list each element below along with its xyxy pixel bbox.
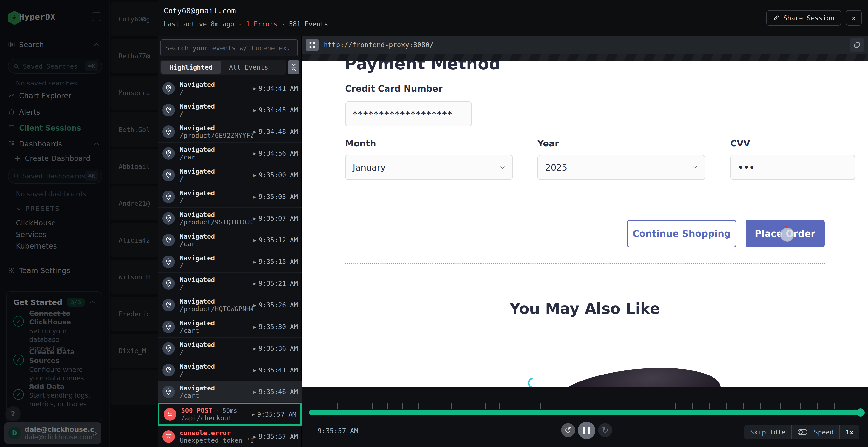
session-list-item[interactable]: Coty60@g (112, 2, 158, 36)
sidebar-item-chart-explorer[interactable]: Chart Explorer (0, 89, 110, 103)
timeline-tick (472, 403, 472, 409)
playback-knob[interactable] (857, 409, 865, 417)
cvv-input[interactable]: ••• (730, 155, 855, 180)
create-dashboard-button[interactable]: + Create Dashboard (0, 151, 110, 165)
session-list-item[interactable]: Retha77@ (112, 39, 158, 73)
no-saved-searches-note: No saved searches (16, 79, 78, 87)
event-row[interactable]: Navigated /product/6E92ZMYYFZ ▶9:34:48 A… (158, 121, 302, 143)
tab-all-events[interactable]: All Events (221, 61, 277, 74)
skip-idle-control[interactable]: Skip Idle (744, 425, 813, 439)
event-row[interactable]: 500 POST · 59ms /api/checkout ▶9:35:57 A… (158, 403, 302, 426)
continue-shopping-button[interactable]: Continue Shopping (627, 220, 736, 247)
close-icon[interactable]: ✕ (846, 10, 862, 26)
chevron-up-icon[interactable] (89, 300, 96, 304)
chevron-down-icon (692, 166, 698, 169)
timeline-tick (622, 403, 622, 409)
user-menu[interactable]: D dale@clickhouse.com dale@clickhouse.co… (4, 422, 101, 444)
session-list-item[interactable]: Andre21@ (112, 186, 158, 220)
year-select[interactable]: 2025 (537, 155, 705, 180)
month-select[interactable]: January (345, 155, 513, 180)
expand-icon[interactable] (306, 39, 318, 51)
play-marker-icon: ▶ (253, 194, 256, 199)
cvv-label: CVV (730, 138, 750, 148)
credit-card-input[interactable]: ******************* (345, 101, 472, 127)
share-session-button[interactable]: Share Session (767, 10, 841, 26)
events-search-input[interactable]: Search your events w/ Lucene ex. colum (160, 39, 298, 56)
playback-progress-bar[interactable] (309, 410, 861, 415)
get-started-step[interactable]: ✓ Connect to ClickHouse Set up your data… (13, 309, 97, 353)
session-list-item[interactable] (112, 370, 158, 405)
replayed-page: Payment Method Credit Card Number ******… (302, 61, 868, 387)
replay-cursor (780, 228, 794, 242)
playback-timeline[interactable] (302, 401, 868, 416)
speed-control[interactable]: Speed 1x (808, 425, 859, 439)
timeline-tick (692, 403, 693, 409)
play-marker-icon: ▶ (253, 368, 256, 373)
session-list-item[interactable]: Monserra (112, 76, 158, 110)
session-list-item[interactable]: Dixie_M (112, 334, 158, 368)
session-list-item[interactable]: Beth.Gol (112, 112, 158, 147)
section-divider (345, 263, 825, 264)
rewind-button[interactable]: ↺ (561, 423, 575, 437)
sidebar-collapse-icon[interactable] (92, 12, 101, 21)
sidebar-item-alerts[interactable]: Alerts (0, 105, 110, 119)
event-row[interactable]: Navigated / ▶9:35:03 AM (158, 186, 302, 208)
session-list-item[interactable]: Frederic (112, 297, 158, 331)
event-row[interactable]: Navigated /cart ▶9:35:12 AM (158, 229, 302, 251)
pin-icon (162, 255, 175, 268)
playback-controls: 9:35:57 AM ↺ ↻ Skip Idle Speed 1x (302, 416, 868, 447)
presets-section-toggle[interactable]: PRESETS (16, 205, 60, 212)
event-row[interactable]: Navigated / ▶9:34:41 AM (158, 77, 302, 99)
event-row[interactable]: Navigated / ▶9:34:45 AM (158, 99, 302, 121)
timeline-tick (817, 403, 818, 409)
chevron-down-icon (500, 166, 505, 169)
search-icon (13, 173, 20, 179)
event-row[interactable]: Navigated / ▶9:35:21 AM (158, 273, 302, 294)
forward-button[interactable]: ↻ (598, 423, 612, 437)
session-list-item[interactable]: Abbigail (112, 149, 158, 183)
get-started-progress-badge: 3/3 (66, 298, 85, 307)
saved-searches-input[interactable]: Saved Searches ⌘K (8, 59, 102, 74)
timeline-tick (743, 403, 744, 409)
event-row[interactable]: Navigated /product/HQTGWGPNH4 ▶9:35:26 A… (158, 294, 302, 316)
event-row[interactable]: Navigated / ▶9:35:41 AM (158, 359, 302, 381)
event-row[interactable]: Navigated / ▶9:35:00 AM (158, 164, 302, 186)
tab-highlighted[interactable]: Highlighted (161, 61, 221, 74)
play-marker-icon: ▶ (253, 107, 256, 113)
shortcut-badge: ⌘K (85, 61, 98, 71)
event-row[interactable]: console.error Unexpected token 'I'… ▶9:3… (158, 426, 302, 447)
event-row[interactable]: Navigated /cart ▶9:35:30 AM (158, 316, 302, 338)
session-list-item[interactable]: Alicia42 (112, 223, 158, 257)
timeline-tick (709, 403, 710, 409)
copy-icon[interactable] (850, 38, 864, 52)
help-button[interactable]: ? (5, 406, 21, 421)
preset-link-services[interactable]: Services (16, 230, 46, 239)
pin-icon (162, 104, 175, 116)
timeline-tick (639, 403, 640, 409)
preset-link-kubernetes[interactable]: Kubernetes (16, 242, 57, 250)
sidebar-item-search[interactable]: Search (0, 38, 110, 51)
saved-dashboards-input[interactable]: Saved Dashboards ⌘K (8, 169, 102, 183)
chevron-down-icon (16, 207, 22, 211)
event-row[interactable]: Navigated /cart ▶9:34:56 AM (158, 143, 302, 164)
check-circle-icon: ✓ (13, 389, 24, 400)
preset-link-clickhouse[interactable]: ClickHouse (16, 219, 56, 227)
session-header: Coty60@gmail.com Last active 8m ago · 1 … (158, 0, 868, 36)
event-row[interactable]: Navigated / ▶9:35:15 AM (158, 251, 302, 273)
session-list-item[interactable]: Wilson_H (112, 260, 158, 294)
get-started-step[interactable]: ✓ Add Data Start sending logs, metrics, … (13, 382, 97, 409)
event-row[interactable]: Navigated /cart ▶9:35:46 AM (158, 381, 302, 403)
replay-url-bar: http://frontend-proxy:8080/ (302, 36, 868, 54)
timeline-tick (485, 403, 486, 409)
pause-button[interactable] (578, 422, 595, 439)
timeline-tick (540, 403, 541, 409)
speed-value: 1x (845, 428, 854, 436)
sidebar-item-client-sessions[interactable]: Client Sessions (0, 121, 110, 135)
session-drawer: Coty60@gmail.com Last active 8m ago · 1 … (158, 0, 868, 447)
sidebar-item-team-settings[interactable]: Team Settings (0, 264, 110, 277)
event-row[interactable]: Navigated / ▶9:35:36 AM (158, 338, 302, 359)
event-row[interactable]: Navigated /product/9SIQT8TOJO ▶9:35:07 A… (158, 208, 302, 229)
search-nav-icon (8, 41, 15, 48)
collapse-all-button[interactable] (288, 60, 300, 74)
sidebar-item-dashboards[interactable]: Dashboards (0, 137, 110, 151)
